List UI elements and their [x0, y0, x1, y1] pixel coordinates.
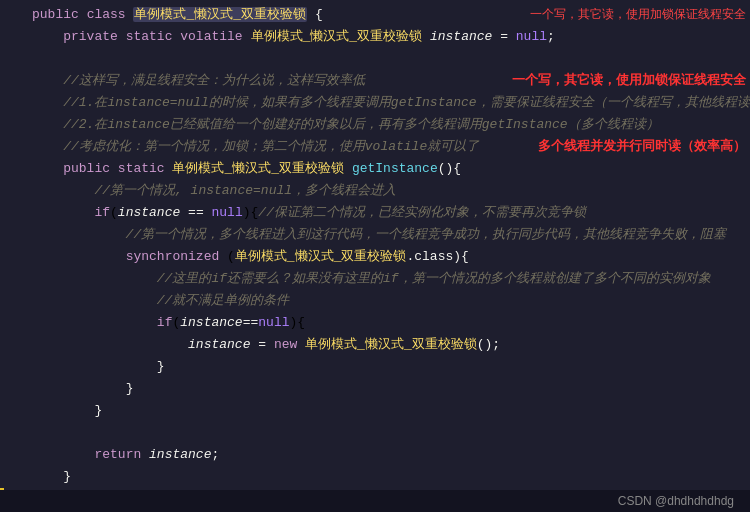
code-line-5: //1.在instance=null的时候，如果有多个线程要调用getInsta…	[0, 92, 750, 114]
annot-bubble-2: 多个线程并发并行同时读（效率高）	[534, 137, 750, 155]
annot-1: 一个写，其它读，使用加锁保证线程安全	[526, 6, 750, 23]
annot-bubble-1: 一个写，其它读，使用加锁保证线程安全	[508, 71, 750, 89]
code-container: public class 单例模式_懒汉式_双重校验锁 { 一个写，其它读，使用…	[0, 0, 750, 490]
code-line-21: return instance;	[0, 444, 750, 466]
code-line-22: }	[0, 466, 750, 488]
code-line-4: //这样写，满足线程安全：为什么说，这样写效率低 一个写，其它读，使用加锁保证线…	[0, 70, 750, 92]
line-num-16	[0, 334, 28, 336]
line-num-11	[0, 224, 28, 226]
line-content-5: //1.在instance=null的时候，如果有多个线程要调用getInsta…	[28, 92, 750, 114]
line-num-23	[0, 488, 28, 490]
line-num-5	[0, 92, 28, 94]
code-line-12: synchronized (单例模式_懒汉式_双重校验锁.class){	[0, 246, 750, 268]
footer: CSDN @dhdhdhdhdg	[0, 490, 750, 512]
line-content-18: }	[28, 378, 750, 400]
line-content-17: }	[28, 356, 750, 378]
line-num-10	[0, 202, 28, 204]
code-line-6: //2.在instance已经赋值给一个创建好的对象以后，再有多个线程调用get…	[0, 114, 750, 136]
line-content-3	[28, 48, 750, 70]
code-line-19: }	[0, 400, 750, 422]
line-num-18	[0, 378, 28, 380]
line-content-6: //2.在instance已经赋值给一个创建好的对象以后，再有多个线程调用get…	[28, 114, 750, 136]
line-num-20	[0, 422, 28, 424]
footer-text: CSDN @dhdhdhdhdg	[618, 494, 734, 508]
line-content-9: //第一个情况, instance=null，多个线程会进入	[28, 180, 750, 202]
code-line-23: }	[0, 488, 750, 490]
line-content-12: synchronized (单例模式_懒汉式_双重校验锁.class){	[28, 246, 750, 268]
line-num-9	[0, 180, 28, 182]
code-line-11: //第一个情况，多个线程进入到这行代码，一个线程竞争成功，执行同步代码，其他线程…	[0, 224, 750, 246]
line-content-23: }	[28, 488, 750, 490]
line-num-1	[0, 4, 28, 6]
line-num-13	[0, 268, 28, 270]
code-line-3	[0, 48, 750, 70]
code-line-20	[0, 422, 750, 444]
code-line-2: private static volatile 单例模式_懒汉式_双重校验锁 i…	[0, 26, 750, 48]
line-content-21: return instance;	[28, 444, 750, 466]
line-num-2	[0, 26, 28, 28]
line-num-6	[0, 114, 28, 116]
line-num-19	[0, 400, 28, 402]
line-num-17	[0, 356, 28, 358]
line-num-22	[0, 466, 28, 468]
line-content-15: if(instance==null){	[28, 312, 750, 334]
code-line-16: instance = new 单例模式_懒汉式_双重校验锁();	[0, 334, 750, 356]
line-num-4	[0, 70, 28, 72]
code-line-15: if(instance==null){	[0, 312, 750, 334]
code-line-1: public class 单例模式_懒汉式_双重校验锁 { 一个写，其它读，使用…	[0, 4, 750, 26]
line-content-13: //这里的if还需要么？如果没有这里的if，第一个情况的多个线程就创建了多个不同…	[28, 268, 750, 290]
line-content-2: private static volatile 单例模式_懒汉式_双重校验锁 i…	[28, 26, 750, 48]
line-num-14	[0, 290, 28, 292]
line-content-14: //就不满足单例的条件	[28, 290, 750, 312]
line-num-21	[0, 444, 28, 446]
line-num-7	[0, 136, 28, 138]
line-content-20	[28, 422, 750, 444]
code-line-9: //第一个情况, instance=null，多个线程会进入	[0, 180, 750, 202]
line-content-10: if(instance == null){//保证第二个情况，已经实例化对象，不…	[28, 202, 750, 224]
code-line-13: //这里的if还需要么？如果没有这里的if，第一个情况的多个线程就创建了多个不同…	[0, 268, 750, 290]
line-num-15	[0, 312, 28, 314]
code-line-10: if(instance == null){//保证第二个情况，已经实例化对象，不…	[0, 202, 750, 224]
line-content-22: }	[28, 466, 750, 488]
code-line-14: //就不满足单例的条件	[0, 290, 750, 312]
line-num-3	[0, 48, 28, 50]
line-num-8	[0, 158, 28, 160]
line-content-19: }	[28, 400, 750, 422]
code-line-17: }	[0, 356, 750, 378]
line-content-8: public static 单例模式_懒汉式_双重校验锁 getInstance…	[28, 158, 750, 180]
code-line-8: public static 单例模式_懒汉式_双重校验锁 getInstance…	[0, 158, 750, 180]
line-content-11: //第一个情况，多个线程进入到这行代码，一个线程竞争成功，执行同步代码，其他线程…	[28, 224, 750, 246]
code-line-7: //考虑优化：第一个情况，加锁；第二个情况，使用volatile就可以了 多个线…	[0, 136, 750, 158]
code-line-18: }	[0, 378, 750, 400]
line-num-12	[0, 246, 28, 248]
line-content-16: instance = new 单例模式_懒汉式_双重校验锁();	[28, 334, 750, 356]
